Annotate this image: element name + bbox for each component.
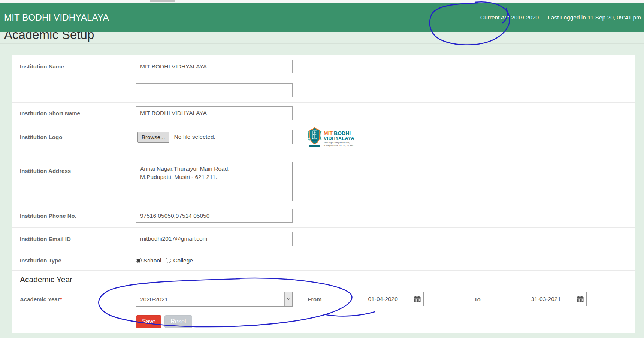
row-institution-email: Institution Email ID <box>12 228 635 250</box>
current-ay-text: Current AY: 2019-2020 <box>480 14 539 21</box>
radio-option-college[interactable]: College <box>166 257 197 264</box>
calendar-icon[interactable] <box>577 296 584 302</box>
last-logged-text: Last Logged in 11 Sep 20, 09:41 pm <box>548 14 641 21</box>
radio-option-school[interactable]: School <box>136 257 166 264</box>
radio-college-label: College <box>173 257 193 264</box>
institution-email-label: Institution Email ID <box>12 236 136 242</box>
file-status-text: No file selected. <box>174 134 215 140</box>
academic-year-select[interactable]: 2020-2021 <box>136 292 293 307</box>
required-asterisk: * <box>60 296 62 302</box>
institution-address-textarea[interactable] <box>136 162 293 201</box>
from-date-input[interactable] <box>364 296 414 302</box>
logo-file-input[interactable]: Browse... No file selected. <box>136 130 293 144</box>
row-institution-logo: Institution Logo Browse... No file selec… <box>12 124 635 150</box>
row-academic-year: Academic Year* 2020-2021 From <box>12 289 635 310</box>
logo-address-line1: Annai Nagar,Thuraiyur Main Road, <box>324 142 354 144</box>
row-academic-year-heading: Academic Year <box>12 271 635 289</box>
logo-name-word2: BODHI <box>334 130 351 136</box>
calendar-icon[interactable] <box>414 296 421 302</box>
logo-name-word1: MIT <box>324 130 333 136</box>
institution-email-input[interactable] <box>136 232 293 246</box>
institution-name-input[interactable] <box>136 60 293 73</box>
row-secondary-name <box>12 78 635 103</box>
save-button[interactable]: Save <box>136 315 161 328</box>
institution-short-name-label: Institution Short Name <box>12 110 136 116</box>
radio-school-label: School <box>143 257 161 264</box>
from-label: From <box>308 296 322 302</box>
from-date-field[interactable] <box>364 292 424 306</box>
to-date-field[interactable] <box>527 292 587 306</box>
institution-logo-label: Institution Logo <box>12 134 136 140</box>
to-label: To <box>474 296 481 302</box>
school-logo-text: MITBODHI VIDHYALAYA Annai Nagar,Thuraiyu… <box>324 126 354 147</box>
secondary-name-input[interactable] <box>136 83 293 97</box>
browser-top-strip <box>0 0 644 3</box>
form-panel: Institution Name Institution Short Name … <box>12 55 635 333</box>
radio-college-icon[interactable] <box>166 258 171 263</box>
academic-year-section-title: Academic Year <box>12 275 72 284</box>
row-institution-address: Institution Address <box>12 150 635 204</box>
scrollbar-fragment <box>150 0 175 2</box>
radio-school-icon[interactable] <box>136 258 142 263</box>
row-institution-short-name: Institution Short Name <box>12 103 635 124</box>
logo-name-line2: VIDHYALAYA <box>324 136 354 141</box>
header-band-divider <box>0 43 644 44</box>
row-institution-name: Institution Name <box>12 55 635 78</box>
app-header: MIT BODHI VIDHYALAYA Current AY: 2019-20… <box>0 3 644 32</box>
browse-button[interactable]: Browse... <box>137 132 169 143</box>
institution-short-name-input[interactable] <box>136 106 293 120</box>
school-logo-emblem-icon <box>308 126 322 148</box>
row-institution-type: Institution Type School College <box>12 250 635 271</box>
to-date-input[interactable] <box>527 296 577 302</box>
brand-title: MIT BODHI VIDHYALAYA <box>4 12 109 23</box>
institution-type-label: Institution Type <box>12 257 136 264</box>
reset-button[interactable]: Reset <box>164 315 192 328</box>
row-actions: Save Reset <box>12 310 635 333</box>
institution-address-label: Institution Address <box>12 162 136 174</box>
header-status-group: Current AY: 2019-2020 Last Logged in 11 … <box>480 14 641 21</box>
institution-phone-label: Institution Phone No. <box>12 213 136 219</box>
academic-setup-screen: MIT BODHI VIDHYALAYA Current AY: 2019-20… <box>0 0 644 338</box>
institution-phone-input[interactable] <box>136 209 293 223</box>
row-institution-phone: Institution Phone No. <box>12 204 635 228</box>
academic-year-label: Academic Year* <box>12 296 136 302</box>
institution-name-label: Institution Name <box>12 63 136 70</box>
school-logo: MITBODHI VIDHYALAYA Annai Nagar,Thuraiyu… <box>308 126 354 148</box>
logo-address-line2: M.Pudupatti, Musiri - 621 211, TN, India <box>324 145 354 147</box>
